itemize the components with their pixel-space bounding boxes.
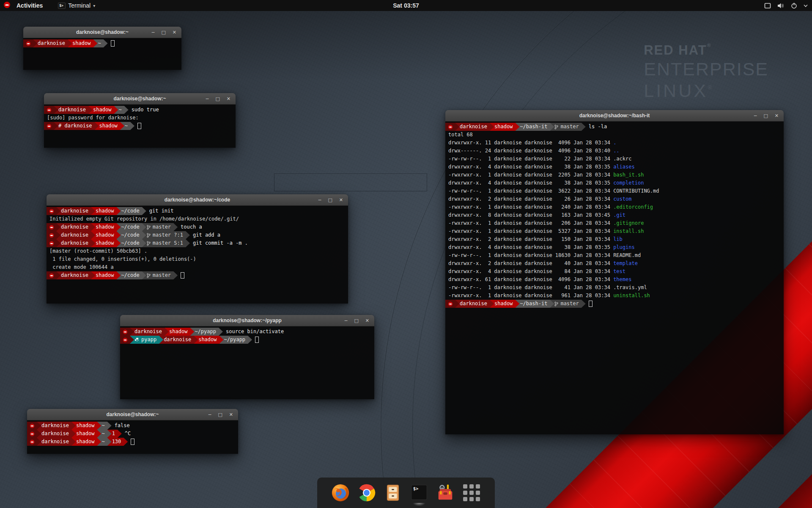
terminal-line: -rwxrwxr-x. 1 darknoise darknoise 961 Ja…	[445, 292, 784, 300]
terminal-content[interactable]: darknoiseshadow~falsedarknoiseshadow~1^C…	[27, 420, 238, 454]
close-button[interactable]: ✕	[229, 409, 233, 420]
dock: $>	[317, 478, 495, 508]
output-text: .git	[613, 211, 625, 219]
activities-button[interactable]: Activities	[14, 0, 45, 11]
maximize-button[interactable]: □	[354, 315, 358, 326]
minimize-button[interactable]: ─	[208, 409, 211, 420]
chevron-down-icon[interactable]	[804, 4, 808, 7]
terminal-window-sudo: darknoise@shadow:~ ─□✕ darknoiseshadow~s…	[44, 93, 236, 148]
terminal-line: 1 file changed, 0 insertions(+), 0 delet…	[47, 255, 348, 263]
window-title: darknoise@shadow:~/bash-it	[579, 113, 650, 119]
command-text: ls -la	[589, 123, 607, 131]
top-bar: Activities $> Terminal ▾ Sat 03:57	[0, 0, 812, 11]
terminal-line: Initialized empty Git repository in /hom…	[47, 215, 348, 223]
output-text: -rwxrwxr-x. 1 darknoise darknoise 206 Ja…	[448, 219, 613, 227]
output-text: -rw-rw-r--. 1 darknoise darknoise 41 Jan…	[448, 284, 613, 292]
terminal-line: total 68	[445, 131, 784, 139]
volume-icon[interactable]	[777, 3, 785, 9]
prompt-segment-path: ~/code	[116, 207, 146, 215]
terminal-line: darknoiseshadow~	[23, 39, 181, 47]
output-text: drwxrwxr-x. 2 darknoise darknoise 26 Jan…	[448, 195, 613, 203]
power-icon[interactable]	[791, 3, 797, 9]
terminal-cursor	[255, 337, 259, 343]
output-text: themes	[613, 276, 631, 284]
redhat-icon	[3, 1, 11, 10]
prompt-segment-user: darknoise	[56, 239, 95, 247]
maximize-button[interactable]: □	[215, 93, 219, 105]
minimize-button[interactable]: ─	[345, 315, 348, 326]
maximize-button[interactable]: □	[328, 194, 332, 206]
prompt-segment-user: darknoise	[56, 231, 95, 239]
dock-item-files[interactable]	[383, 483, 403, 503]
terminal-line: -rwxrwxr-x. 1 darknoise darknoise 206 Ja…	[445, 219, 784, 227]
prompt-segment-git: master	[550, 123, 585, 131]
dock-item-app-grid[interactable]	[461, 483, 482, 503]
registered-mark: ®	[707, 42, 712, 48]
output-text: [master (root-commit) 50bcb63] .	[49, 247, 147, 255]
window-titlebar[interactable]: darknoise@shadow:~/code ─□✕	[47, 194, 348, 206]
terminal-cursor	[131, 439, 134, 445]
terminal-line: create mode 100644 a	[47, 263, 348, 271]
prompt-segment-host: shadow	[91, 207, 121, 215]
close-button[interactable]: ✕	[227, 93, 230, 105]
terminal-line: darknoiseshadow~/pyappsource bin/activat…	[120, 328, 374, 336]
clock[interactable]: Sat 03:57	[393, 2, 419, 9]
output-text: install.sh	[613, 227, 644, 235]
terminal-window-home-2: darknoise@shadow:~ ─□✕ darknoiseshadow~f…	[27, 409, 238, 454]
close-button[interactable]: ✕	[365, 315, 369, 326]
terminal-line: drwx------. 24 darknoise darknoise 4096 …	[445, 147, 784, 155]
close-button[interactable]: ✕	[339, 194, 343, 206]
output-text: drwxrwxr-x. 4 darknoise darknoise 38 Jan…	[448, 179, 613, 187]
rhel-logo-enterprise: ENTERPRISE	[644, 59, 768, 80]
prompt-segment-venv: pyapp	[130, 336, 163, 344]
minimize-button[interactable]: ─	[754, 110, 757, 121]
prompt-segment-path: ~/pyapp	[219, 336, 252, 344]
output-text: drwxrwxr-x. 4 darknoise darknoise 84 Jan…	[448, 268, 613, 276]
terminal-content[interactable]: darknoiseshadow~sudo true[sudo] password…	[44, 105, 236, 148]
terminal-line: drwxrwxr-x. 2 darknoise darknoise 40 Jan…	[445, 260, 784, 268]
output-text: drwxrwxr-x. 2 darknoise darknoise 40 Jan…	[448, 260, 613, 268]
output-text: Initialized empty Git repository in /hom…	[49, 215, 239, 223]
window-icon[interactable]	[764, 3, 771, 9]
window-titlebar[interactable]: darknoise@shadow:~ ─□✕	[27, 409, 238, 420]
minimize-button[interactable]: ─	[318, 194, 321, 206]
terminal-content[interactable]: darknoiseshadow~/bash-itmasterls -latota…	[445, 121, 784, 434]
prompt-segment-host: shadow	[490, 123, 519, 131]
maximize-button[interactable]: □	[763, 110, 768, 121]
window-titlebar[interactable]: darknoise@shadow:~ ─□✕	[44, 93, 236, 105]
dock-item-firefox[interactable]	[330, 483, 351, 503]
terminal-line: drwxrwxr-x. 61 darknoise darknoise 4096 …	[445, 276, 784, 284]
window-title: darknoise@shadow:~/pyapp	[213, 318, 282, 323]
terminal-line: -rw-rw-r--. 1 darknoise darknoise 22 Jan…	[445, 155, 784, 163]
close-button[interactable]: ✕	[173, 27, 176, 38]
output-text: aliases	[613, 163, 635, 171]
output-text: .editorconfig	[613, 203, 653, 211]
window-titlebar[interactable]: darknoise@shadow:~/bash-it ─□✕	[445, 110, 784, 121]
minimize-button[interactable]: ─	[152, 27, 155, 38]
window-titlebar[interactable]: darknoise@shadow:~/pyapp ─□✕	[120, 315, 374, 326]
terminal-line: [sudo] password for darknoise:	[44, 114, 236, 122]
terminal-line: darknoiseshadow~/codemaster	[47, 271, 348, 279]
output-text: uninstall.sh	[613, 292, 650, 300]
close-button[interactable]: ✕	[775, 110, 779, 121]
maximize-button[interactable]: □	[218, 409, 222, 420]
terminal-content[interactable]: darknoiseshadow~	[23, 38, 181, 70]
prompt-segment-user: darknoise	[130, 328, 169, 336]
terminal-content[interactable]: darknoiseshadow~/codegit initInitialized…	[47, 206, 348, 304]
dock-item-chrome[interactable]	[357, 483, 377, 503]
output-text: completion	[613, 179, 644, 187]
terminal-content[interactable]: darknoiseshadow~/pyappsource bin/activat…	[120, 326, 374, 399]
dock-item-terminal[interactable]: $>	[409, 483, 429, 503]
minimize-button[interactable]: ─	[206, 93, 209, 105]
command-text: git init	[149, 207, 174, 215]
output-text: .	[613, 139, 616, 147]
terminal-line: drwxrwxr-x. 4 darknoise darknoise 38 Jan…	[445, 179, 784, 187]
app-menu-terminal[interactable]: $> Terminal ▾	[55, 0, 98, 11]
output-text: -rwxrwxr-x. 1 darknoise darknoise 2205 J…	[448, 171, 613, 179]
maximize-button[interactable]: □	[161, 27, 165, 38]
prompt-segment-host: shadow	[194, 336, 223, 344]
output-text: -rwxrwxr-x. 1 darknoise darknoise 5327 J…	[448, 227, 613, 235]
output-text: .gitignore	[613, 219, 644, 227]
dock-item-toolbox[interactable]	[435, 483, 455, 503]
window-titlebar[interactable]: darknoise@shadow:~ ─□✕	[23, 27, 181, 38]
